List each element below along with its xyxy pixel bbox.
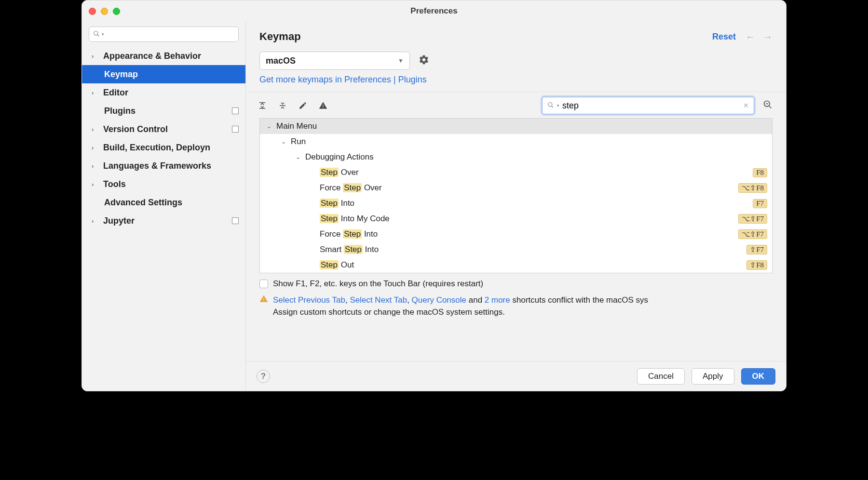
conflict-text: Select Previous Tab, Select Next Tab, Qu… [273,294,648,318]
gear-icon[interactable] [419,54,429,67]
tree-row-label: Step Into [320,199,354,208]
chevron-right-icon: › [92,89,98,96]
titlebar: Preferences [82,0,786,22]
preferences-window: Preferences ▾ ›Appearance & BehaviorKeym… [81,0,787,391]
keymap-profile-dropdown[interactable]: macOS ▼ [259,52,410,70]
sidebar: ▾ ›Appearance & BehaviorKeymap›EditorPlu… [82,22,246,391]
sidebar-item-label: Appearance & Behavior [103,51,201,61]
tree-row[interactable]: Step IntoF7 [260,196,772,211]
conflict-link[interactable]: Select Next Tab [350,295,407,305]
help-button[interactable]: ? [257,370,270,383]
shortcut-badge: F7 [753,199,767,208]
chevron-right-icon: › [92,217,98,225]
find-by-shortcut-icon[interactable] [763,100,773,112]
tree-row[interactable]: Step Into My Code⌥⇧F7 [260,211,772,227]
sidebar-item-label: Keymap [104,69,138,80]
dropdown-caret-icon: ▾ [102,32,104,37]
sidebar-search[interactable]: ▾ [89,27,239,42]
sidebar-search-input[interactable] [106,30,234,39]
shortcut-badge: ⌥⇧F7 [738,214,767,224]
ok-button[interactable]: OK [741,368,776,385]
sidebar-item-label: Build, Execution, Deployn [103,143,210,153]
tree-row[interactable]: Force Step Over⌥⇧F8 [260,180,772,196]
sidebar-item[interactable]: ›Tools [82,175,245,193]
svg-point-5 [548,102,552,106]
conflict-link[interactable]: Query Console [412,295,466,305]
search-icon [547,102,554,110]
svg-line-8 [769,106,772,108]
chevron-down-icon: ⌄ [295,154,301,160]
shortcut-badge: ⇧F8 [746,260,767,270]
sidebar-item[interactable]: ›Jupyter [82,212,245,230]
sidebar-item-label: Editor [103,88,128,98]
tree-row[interactable]: Step Out⇧F8 [260,257,772,273]
sidebar-item[interactable]: Advanced Settings [82,193,245,212]
more-keymaps-link[interactable]: Get more keymaps in Preferences | Plugin… [259,75,427,84]
sidebar-item[interactable]: ›Appearance & Behavior [82,47,245,65]
action-tree[interactable]: ⌄Main Menu⌄Run⌄Debugging ActionsStep Ove… [259,118,773,273]
warning-icon [259,294,268,306]
tree-row[interactable]: Smart Step Into⇧F7 [260,242,772,257]
sidebar-item-label: Plugins [104,106,136,116]
sidebar-item[interactable]: ›Build, Execution, Deployn [82,138,245,157]
touchbar-checkbox[interactable] [259,280,268,288]
tree-row[interactable]: ⌄Main Menu [260,119,772,134]
reset-link[interactable]: Reset [712,32,736,42]
clear-icon[interactable]: ✕ [743,102,749,109]
main-panel: Keymap Reset ← → macOS ▼ [246,22,786,391]
forward-arrow-icon[interactable]: → [763,31,773,42]
sidebar-item[interactable]: ›Version Control [82,120,245,138]
collapse-all-icon[interactable] [278,101,287,110]
shortcut-badge: F8 [753,168,767,177]
shortcut-badge: ⌥⇧F8 [738,183,767,193]
tree-row[interactable]: ⌄Debugging Actions [260,149,772,165]
tree-row-label: Step Out [320,260,354,270]
touchbar-checkbox-label: Show F1, F2, etc. keys on the Touch Bar … [273,279,483,289]
chevron-right-icon: › [92,126,98,133]
tree-row[interactable]: Force Step Into⌥⇧F7 [260,227,772,242]
action-search[interactable]: ▾ ✕ [542,97,754,114]
expand-all-icon[interactable] [258,101,267,110]
tree-row-label: Smart Step Into [320,245,379,254]
apply-button[interactable]: Apply [692,368,734,385]
svg-line-1 [97,34,99,36]
sidebar-item[interactable]: Plugins [82,102,245,120]
warning-icon[interactable] [318,101,328,110]
chevron-down-icon: ⌄ [280,138,287,145]
conflict-link[interactable]: Select Previous Tab [273,295,345,305]
sidebar-item-label: Tools [103,179,126,189]
keymap-profile-value: macOS [266,56,296,66]
chevron-down-icon: ⌄ [266,123,272,130]
action-search-input[interactable] [562,101,740,111]
tree-row[interactable]: ⌄Run [260,134,772,149]
edit-icon[interactable] [298,101,308,110]
svg-point-0 [94,31,98,35]
cancel-button[interactable]: Cancel [637,368,685,385]
tree-row[interactable]: Step OverF8 [260,165,772,180]
tree-row-label: Step Into My Code [320,214,390,224]
conflict-link[interactable]: 2 more [485,295,510,305]
chevron-down-icon: ▼ [398,57,404,64]
tree-row-label: Step Over [320,168,359,177]
tree-row-label: Main Menu [276,121,317,131]
window-title: Preferences [82,6,786,16]
shortcut-badge: ⇧F7 [746,245,767,254]
tree-row-label: Force Step Over [320,183,382,193]
back-arrow-icon[interactable]: ← [746,31,755,42]
dropdown-caret-icon: ▾ [557,103,559,108]
sidebar-item[interactable]: ›Languages & Frameworks [82,157,245,175]
tree-row-label: Run [291,137,306,147]
tree-row-label: Debugging Actions [305,152,374,162]
chevron-right-icon: › [92,53,98,60]
project-badge-icon [232,126,239,133]
sidebar-item[interactable]: ›Editor [82,83,245,102]
sidebar-item-label: Advanced Settings [104,198,182,208]
sidebar-list: ›Appearance & BehaviorKeymap›EditorPlugi… [82,47,245,391]
project-badge-icon [232,107,239,114]
shortcut-badge: ⌥⇧F7 [738,229,767,239]
sidebar-item-label: Jupyter [103,216,135,226]
sidebar-item[interactable]: Keymap [82,65,245,83]
chevron-right-icon: › [92,144,98,151]
sidebar-item-label: Version Control [103,124,168,134]
tree-row-label: Force Step Into [320,229,378,239]
